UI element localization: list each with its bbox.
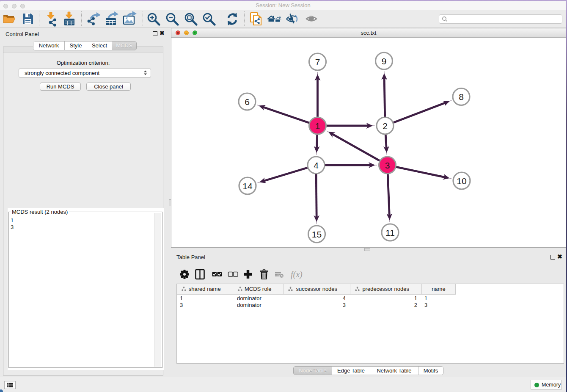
svg-text:9: 9 bbox=[382, 56, 387, 66]
svg-text:14: 14 bbox=[242, 181, 253, 191]
svg-text:3: 3 bbox=[385, 160, 390, 170]
svg-text:4: 4 bbox=[314, 160, 319, 170]
svg-text:6: 6 bbox=[245, 97, 250, 107]
svg-text:2: 2 bbox=[383, 121, 388, 131]
svg-text:8: 8 bbox=[459, 92, 464, 102]
svg-text:11: 11 bbox=[385, 228, 395, 237]
svg-text:10: 10 bbox=[457, 176, 466, 186]
svg-text:f(x): f(x) bbox=[291, 270, 303, 279]
svg-text:7: 7 bbox=[315, 57, 320, 67]
svg-text:15: 15 bbox=[312, 229, 322, 239]
svg-text:1: 1 bbox=[315, 121, 320, 131]
